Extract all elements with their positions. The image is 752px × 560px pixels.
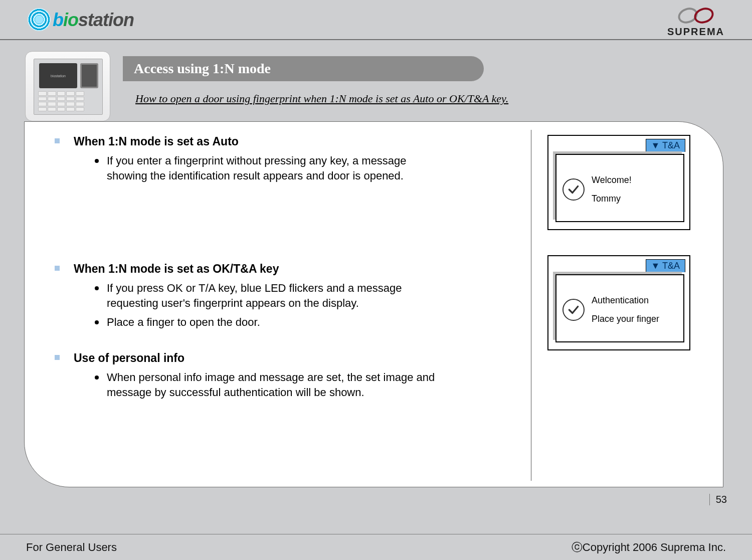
vertical-divider xyxy=(531,130,531,481)
list-item: When personal info image and message are… xyxy=(95,370,446,400)
thumb-scanner-icon xyxy=(80,63,98,88)
thumb-keypad-icon xyxy=(38,91,84,111)
list-item: If you press OK or T/A key, blue LED fli… xyxy=(95,281,446,310)
page-root: { "brand_left": {"b":"b","io":"io","rest… xyxy=(0,0,752,560)
square-bullet-icon xyxy=(55,266,60,271)
heading-text: When 1:N mode is set as Auto xyxy=(74,135,239,148)
display-inner-frame: Welcome! Tommy xyxy=(555,154,684,222)
heading-text: Use of personal info xyxy=(74,351,184,365)
section-heading-auto: When 1:N mode is set as Auto xyxy=(55,135,516,148)
list-item: If you enter a fingerprint without press… xyxy=(95,153,446,183)
main-panel: When 1:N mode is set as Auto If you ente… xyxy=(24,121,723,487)
ta-tab: ▼ T&A xyxy=(646,259,686,272)
display-line1: Welcome! xyxy=(592,173,632,187)
footer-bar: For General Users ⓒCopyright 2006 Suprem… xyxy=(0,534,752,560)
bullet-list-okta: If you press OK or T/A key, blue LED fli… xyxy=(95,281,516,329)
brand-suprema: SUPREMA xyxy=(667,7,724,38)
display-line2: Place your finger xyxy=(592,312,659,326)
checkmark-circle-icon xyxy=(562,178,585,201)
brand-biostation: biostation xyxy=(28,3,134,31)
page-subtitle: How to open a door using fingerprint whe… xyxy=(135,92,508,105)
section-heading-personal: Use of personal info xyxy=(55,351,516,365)
page-number: 53 xyxy=(709,494,727,505)
brand-text: biostation xyxy=(53,10,134,31)
thumb-screen-icon: biostation xyxy=(39,63,77,88)
brand-rest: station xyxy=(78,10,134,30)
page-title: Access using 1:N mode xyxy=(123,56,484,81)
device-display-auth: ▼ T&A Authentication Place your finger xyxy=(547,255,690,350)
checkmark-circle-icon xyxy=(562,299,585,321)
header-bar: biostation SUPREMA xyxy=(0,0,752,40)
device-thumbnail: biostation xyxy=(25,51,110,121)
footer-left: For General Users xyxy=(26,541,117,554)
brand-swirl-icon xyxy=(28,8,51,31)
footer-right: ⓒCopyright 2006 Suprema Inc. xyxy=(572,540,726,555)
brand-letter-b: b xyxy=(53,10,63,30)
ta-tab: ▼ T&A xyxy=(646,139,686,152)
display-line2: Tommy xyxy=(592,192,632,206)
square-bullet-icon xyxy=(55,355,60,360)
content-right-column: ▼ T&A Welcome! Tommy xyxy=(547,135,708,477)
bullet-list-personal: When personal info image and message are… xyxy=(95,370,516,400)
brand-letters-io: io xyxy=(63,10,78,30)
heading-text: When 1:N mode is set as OK/T&A key xyxy=(74,262,279,276)
section-heading-okta: When 1:N mode is set as OK/T&A key xyxy=(55,262,516,276)
list-item: Place a finger to open the door. xyxy=(95,315,446,330)
display-line1: Authentication xyxy=(592,294,659,307)
square-bullet-icon xyxy=(55,138,60,143)
suprema-text: SUPREMA xyxy=(667,26,724,38)
device-display-welcome: ▼ T&A Welcome! Tommy xyxy=(547,135,690,230)
display-inner-frame: Authentication Place your finger xyxy=(555,274,684,342)
suprema-infinity-icon xyxy=(678,7,714,25)
bullet-list-auto: If you enter a fingerprint without press… xyxy=(95,153,516,183)
content-left-column: When 1:N mode is set as Auto If you ente… xyxy=(55,135,531,477)
